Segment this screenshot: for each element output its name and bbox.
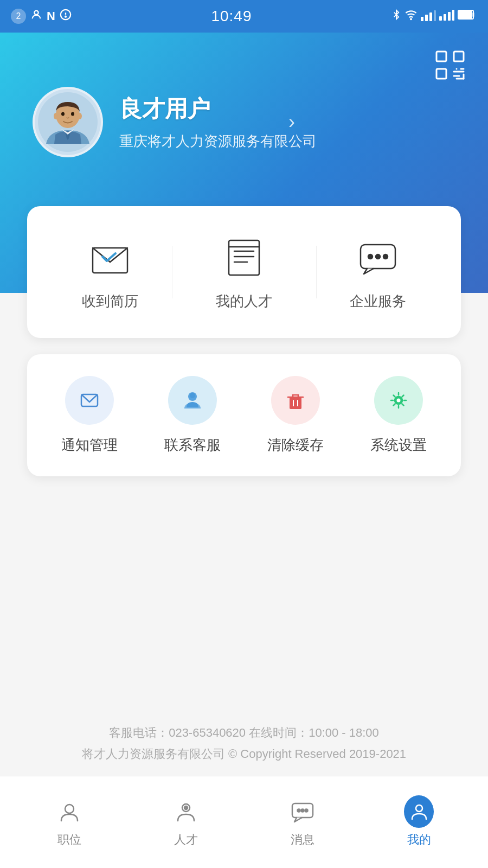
svg-line-57 [402, 395, 404, 397]
status-bar-left: 2 N [11, 9, 72, 24]
received-resume-icon [86, 233, 134, 282]
enterprise-service-button[interactable]: 企业服务 [350, 233, 406, 311]
status-time: 10:49 [211, 8, 252, 25]
bluetooth-icon [391, 9, 401, 24]
quick-actions-card: 收到简历 我的人才 [27, 206, 461, 338]
system-settings-button[interactable]: 系统设置 [370, 376, 427, 455]
signal2-icon [439, 9, 454, 24]
svg-point-4 [410, 18, 412, 20]
cards-container: 收到简历 我的人才 [0, 206, 488, 476]
notification-count-icon: 2 [11, 9, 26, 24]
qr-scanner-button[interactable] [434, 49, 466, 81]
talent-icon [171, 796, 201, 826]
status-bar: 2 N 10:49 [0, 0, 488, 33]
svg-rect-14 [459, 11, 472, 18]
mine-icon [404, 796, 434, 826]
svg-rect-10 [444, 14, 446, 21]
svg-rect-9 [439, 16, 442, 21]
profile-section: 良才用户 重庆将才人力资源服务有限公司 › [33, 87, 317, 157]
nav-mine[interactable]: 我的 [361, 796, 477, 848]
wifi-icon [404, 9, 418, 24]
n-icon: N [47, 9, 55, 23]
svg-point-28 [54, 113, 58, 119]
svg-rect-7 [429, 12, 432, 21]
profile-info: 良才用户 重庆将才人力资源服务有限公司 [119, 94, 317, 151]
svg-point-66 [416, 805, 422, 812]
clear-cache-icon-circle [271, 376, 320, 425]
signal-icon [421, 9, 436, 24]
avatar[interactable] [33, 87, 103, 157]
svg-point-64 [301, 809, 304, 812]
profile-arrow[interactable]: › [288, 111, 295, 133]
nav-jobs[interactable]: 职位 [11, 796, 127, 848]
svg-point-59 [65, 805, 74, 813]
svg-point-29 [78, 113, 82, 119]
svg-point-61 [184, 806, 188, 809]
clear-cache-label: 清除缓存 [267, 436, 324, 455]
received-resume-label: 收到简历 [82, 292, 138, 311]
profile-company: 重庆将才人力资源服务有限公司 [119, 132, 317, 151]
svg-line-58 [394, 404, 395, 406]
customer-service-label: 联系客服 [164, 436, 221, 455]
svg-rect-5 [421, 17, 423, 21]
enterprise-service-icon [354, 233, 402, 282]
my-talent-icon [220, 233, 268, 282]
status-bar-right [391, 9, 477, 24]
notification-label: 通知管理 [61, 436, 118, 455]
svg-point-3 [65, 16, 66, 17]
svg-point-65 [305, 809, 307, 812]
svg-rect-16 [454, 52, 464, 61]
system-settings-icon-circle [374, 376, 423, 425]
enterprise-service-label: 企业服务 [350, 292, 406, 311]
svg-point-0 [34, 11, 38, 15]
received-resume-button[interactable]: 收到简历 [82, 233, 138, 311]
customer-service-icon-circle [168, 376, 217, 425]
menu-card: 通知管理 联系客服 [27, 354, 461, 476]
nav-talent-label: 人才 [174, 832, 198, 848]
svg-point-44 [190, 393, 195, 398]
my-talent-button[interactable]: 我的人才 [216, 233, 272, 311]
svg-rect-11 [448, 12, 451, 21]
notification-icon-circle [65, 376, 114, 425]
svg-line-55 [394, 395, 395, 397]
battery-icon [458, 9, 477, 24]
svg-point-63 [297, 809, 300, 812]
clear-cache-button[interactable]: 清除缓存 [267, 376, 324, 455]
jobs-icon [54, 796, 84, 826]
svg-point-39 [368, 254, 373, 259]
svg-point-41 [383, 254, 388, 259]
footer-info: 客服电话：023-65340620 在线时间：10:00 - 18:00 将才人… [0, 722, 488, 765]
svg-point-40 [376, 254, 380, 259]
svg-point-27 [71, 112, 74, 116]
alert-icon [60, 9, 72, 24]
nav-mine-label: 我的 [407, 832, 431, 848]
svg-rect-33 [229, 240, 259, 275]
footer-line2: 将才人力资源服务有限公司 © Copyright Reserved 2019-2… [0, 743, 488, 765]
svg-point-26 [61, 112, 65, 116]
messages-icon [287, 796, 317, 826]
bottom-nav: 职位 人才 消息 [0, 776, 488, 868]
footer-line1: 客服电话：023-65340620 在线时间：10:00 - 18:00 [0, 722, 488, 744]
svg-rect-15 [436, 52, 446, 61]
user-icon [30, 9, 42, 24]
svg-rect-12 [452, 10, 454, 21]
nav-talent[interactable]: 人才 [127, 796, 244, 848]
my-talent-label: 我的人才 [216, 292, 272, 311]
system-settings-label: 系统设置 [370, 436, 427, 455]
svg-point-50 [397, 399, 401, 403]
nav-messages-label: 消息 [291, 832, 314, 848]
nav-jobs-label: 职位 [57, 832, 81, 848]
svg-line-56 [402, 404, 404, 406]
svg-rect-8 [434, 10, 436, 21]
customer-service-button[interactable]: 联系客服 [164, 376, 221, 455]
notification-button[interactable]: 通知管理 [61, 376, 118, 455]
profile-name: 良才用户 [119, 94, 317, 124]
svg-rect-17 [436, 69, 446, 79]
nav-messages[interactable]: 消息 [244, 796, 361, 848]
svg-rect-6 [425, 15, 428, 21]
svg-rect-45 [290, 397, 301, 409]
